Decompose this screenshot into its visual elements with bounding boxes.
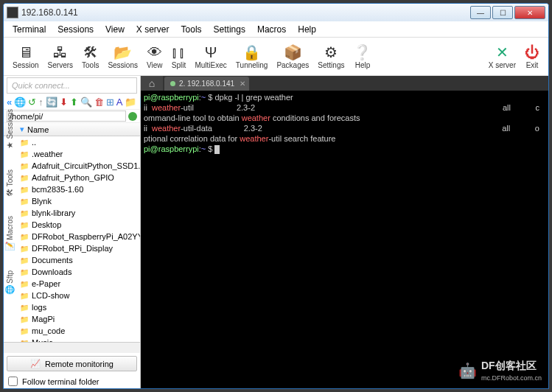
sftp-tool-2[interactable]: ↑ [38, 97, 43, 108]
session-icon: 🖥 [18, 43, 33, 61]
tab-close-icon[interactable]: ✕ [240, 80, 245, 88]
menu-help[interactable]: Help [292, 24, 322, 35]
toolbar-split[interactable]: ⫿⫿Split [167, 42, 190, 71]
x-server-icon: ✕ [496, 43, 509, 61]
sftp-tool-3[interactable]: 🔄 [46, 97, 57, 108]
toolbar-exit[interactable]: ⏻Exit [520, 42, 544, 71]
toolbar-tunneling[interactable]: 🔒Tunneling [231, 42, 273, 71]
sftp-tool-7[interactable]: 🗑 [94, 97, 104, 108]
toolbar-multiexec[interactable]: ΨMultiExec [190, 42, 231, 71]
follow-terminal-checkbox[interactable] [8, 377, 18, 386]
toolbar-session[interactable]: 🖥Session [8, 42, 43, 71]
toolbar-sessions[interactable]: 📂Sessions [103, 42, 142, 71]
settings-icon: ⚙ [324, 43, 338, 61]
file-row[interactable]: 📁e-Paper [4, 278, 140, 290]
sftp-tool-8[interactable]: ⊞ [106, 97, 114, 108]
sftp-tool-0[interactable]: 🌐 [14, 97, 26, 108]
file-row[interactable]: 📁.weather [4, 148, 140, 160]
sftp-tool-10[interactable]: 📁 [125, 97, 136, 108]
minimize-button[interactable]: — [470, 6, 491, 19]
folder-icon: 📁 [20, 221, 29, 229]
window-title: 192.168.0.141 [21, 7, 470, 18]
folder-icon: 📁 [20, 150, 29, 158]
sftp-tool-6[interactable]: 🔍 [80, 97, 92, 108]
sidetab-tools[interactable]: 🛠Tools [3, 168, 16, 198]
file-row[interactable]: 📁Documents [4, 254, 140, 266]
toolbar-tools[interactable]: 🛠Tools [77, 42, 103, 71]
view-icon: 👁 [147, 43, 162, 61]
app-icon [7, 7, 18, 18]
sidetab-macros[interactable]: 📝Macros [3, 214, 16, 253]
toolbar-settings[interactable]: ⚙Settings [313, 42, 349, 71]
folder-icon: 📁 [20, 280, 29, 288]
file-row[interactable]: 📁Downloads [4, 266, 140, 278]
sidetab-sftp[interactable]: 🌐Sftp [3, 269, 16, 296]
file-row[interactable]: 📁Adafruit_CircuitPython_SSD1.. [4, 160, 140, 172]
path-input[interactable] [7, 111, 126, 122]
file-row[interactable]: 📁blynk-library [4, 207, 140, 219]
menu-view[interactable]: View [99, 24, 130, 35]
folder-icon: 📁 [20, 174, 29, 182]
toolbar-packages[interactable]: 📦Packages [272, 42, 313, 71]
terminal-tab[interactable]: 2. 192.168.0.141 ✕ [164, 77, 249, 91]
folder-icon: 📁 [20, 292, 29, 300]
sftp-tool-1[interactable]: ↺ [28, 97, 36, 108]
exit-icon: ⏻ [525, 43, 539, 61]
folder-icon: 📁 [20, 162, 29, 170]
toolbar-servers[interactable]: 🖧Servers [43, 42, 77, 71]
remote-monitoring-button[interactable]: 📈 Remote monitoring [7, 356, 137, 371]
menu-tools[interactable]: Tools [175, 24, 208, 35]
sftp-tool-4[interactable]: ⬇ [60, 97, 68, 108]
nav-collapse-icon[interactable]: « [7, 97, 12, 108]
sidebar: Quick connect... « 🌐↺↑🔄⬇⬆🔍🗑⊞A📁📄 ▾Name 📁.… [4, 76, 141, 388]
file-row[interactable]: 📁Music [4, 337, 140, 342]
folder-icon: 📁 [20, 197, 29, 206]
toolbar-view[interactable]: 👁View [142, 42, 167, 71]
file-row[interactable]: 📁logs [4, 301, 140, 313]
file-row[interactable]: 📁LCD-show [4, 290, 140, 301]
sftp-toolbar: « 🌐↺↑🔄⬇⬆🔍🗑⊞A📁📄 [4, 95, 140, 110]
close-button[interactable]: ✕ [514, 6, 545, 19]
tab-status-icon [170, 81, 175, 86]
folder-icon: 📁 [20, 209, 29, 217]
menu-x-server[interactable]: X server [130, 24, 175, 35]
file-row[interactable]: 📁Blynk [4, 195, 140, 207]
file-row[interactable]: 📁Desktop [4, 219, 140, 231]
quick-connect-input[interactable]: Quick connect... [7, 77, 137, 94]
toolbar-help[interactable]: ❔Help [349, 42, 376, 71]
folder-icon: 📁 [20, 186, 29, 194]
status-ok-icon [128, 112, 137, 121]
help-icon: ❔ [353, 43, 371, 61]
file-list[interactable]: 📁..📁.weather📁Adafruit_CircuitPython_SSD1… [4, 136, 140, 342]
maximize-button[interactable]: ☐ [492, 6, 513, 19]
folder-icon: 📁 [20, 268, 29, 276]
sftp-tool-9[interactable]: A [116, 97, 123, 108]
servers-icon: 🖧 [53, 43, 68, 61]
file-row[interactable]: 📁bcm2835-1.60 [4, 183, 140, 195]
tab-home[interactable]: ⌂ [141, 76, 163, 91]
file-row[interactable]: 📁.. [4, 136, 140, 148]
terminal-area: ⌂ 2. 192.168.0.141 ✕ pi@raspberrypi:~ $ … [141, 76, 548, 388]
menu-settings[interactable]: Settings [208, 24, 251, 35]
file-row[interactable]: 📁MagPi [4, 313, 140, 325]
file-row[interactable]: 📁Adafruit_Python_GPIO [4, 172, 140, 183]
folder-icon: 📁 [20, 256, 29, 265]
titlebar: 192.168.0.141 — ☐ ✕ [4, 4, 548, 21]
file-header-name[interactable]: ▾Name [4, 123, 140, 136]
sidetab-sessions[interactable]: ★Sessions [3, 108, 16, 152]
file-row[interactable]: 📁DFRobot_RaspberryPi_A02YY.. [4, 231, 140, 242]
file-row[interactable]: 📁mu_code [4, 325, 140, 337]
menu-terminal[interactable]: Terminal [7, 24, 52, 35]
h-scrollbar[interactable] [4, 342, 140, 353]
menu-macros[interactable]: Macros [251, 24, 292, 35]
sftp-tool-5[interactable]: ⬆ [70, 97, 78, 108]
menu-sessions[interactable]: Sessions [52, 24, 99, 35]
watermark: 🤖 DF创客社区 mc.DFRobot.com.cn [458, 360, 542, 382]
toolbar-x-server[interactable]: ✕X server [484, 42, 520, 71]
robot-icon: 🤖 [458, 362, 477, 379]
toolbar: 🖥Session🖧Servers🛠Tools📂Sessions👁View⫿⫿Sp… [4, 38, 548, 76]
packages-icon: 📦 [284, 43, 302, 61]
multiexec-icon: Ψ [205, 43, 217, 61]
terminal[interactable]: pi@raspberrypi:~ $ dpkg -l | grep weathe… [141, 91, 548, 388]
file-row[interactable]: 📁DFRobot_RPi_Display [4, 242, 140, 254]
